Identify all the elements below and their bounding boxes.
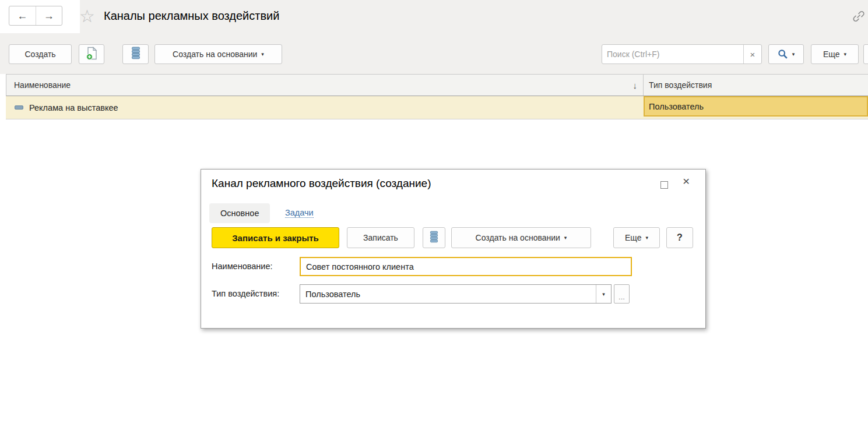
cell-name-text: Реклама на выставкее: [29, 103, 118, 112]
column-header-name-label: Наименование: [14, 80, 71, 90]
chevron-down-icon: ▾: [261, 52, 264, 57]
new-document-plus-icon: [86, 47, 98, 62]
chevron-down-icon: ▾: [564, 235, 567, 241]
dialog-help-button[interactable]: ?: [666, 227, 693, 248]
chevron-down-icon: ▾: [844, 52, 846, 57]
list-item-marker-icon: [15, 105, 23, 110]
sort-descending-icon: ↓: [633, 80, 638, 90]
help-button-partial[interactable]: [863, 44, 868, 64]
save-button-label: Записать: [363, 233, 398, 242]
create-channel-dialog: Канал рекламного воздействия (создание) …: [201, 169, 706, 329]
column-header-type-label: Тип воздействия: [649, 80, 712, 90]
create-button-label: Создать: [24, 50, 55, 59]
save-button[interactable]: Записать: [347, 227, 414, 248]
forward-arrow-icon: →: [44, 10, 54, 22]
type-field-value[interactable]: Пользователь: [300, 285, 596, 303]
favorite-star-icon[interactable]: ☆: [79, 6, 95, 26]
create-copy-button[interactable]: [79, 44, 104, 64]
chevron-down-icon: ▾: [645, 235, 648, 241]
search-input[interactable]: [602, 45, 743, 64]
registers-button[interactable]: [122, 44, 149, 64]
dialog-registers-button[interactable]: [423, 227, 445, 248]
dialog-more-label: Еще: [625, 233, 642, 242]
forward-button[interactable]: →: [36, 6, 62, 25]
stacked-discs-icon: [430, 231, 438, 245]
dialog-create-based-on-button[interactable]: Создать на основании ▾: [451, 227, 591, 248]
dropdown-arrow-icon: ▾: [602, 291, 605, 297]
selected-cell[interactable]: Пользователь: [644, 96, 868, 117]
cell-type[interactable]: Пользователь: [644, 96, 868, 119]
type-field[interactable]: Пользователь ▾: [300, 284, 612, 304]
cell-name[interactable]: Реклама на выставкее: [6, 96, 644, 119]
type-field-label: Тип воздействия:: [212, 289, 279, 298]
save-and-close-label: Записать и закрыть: [232, 233, 319, 243]
create-based-on-label: Создать на основании: [173, 50, 257, 59]
tab-tasks[interactable]: Задачи: [285, 208, 314, 218]
table-header-row: Наименование ↓ Тип воздействия: [6, 74, 868, 96]
dialog-title: Канал рекламного воздействия (создание): [212, 177, 431, 190]
help-icon: ?: [677, 232, 683, 243]
save-and-close-button[interactable]: Записать и закрыть: [212, 227, 339, 248]
tab-main-label: Основное: [220, 209, 259, 218]
search-settings-button[interactable]: ▾: [768, 44, 804, 64]
page-title: Каналы рекламных воздействий: [104, 9, 279, 23]
search-box: ×: [602, 44, 762, 64]
more-button-label: Еще: [823, 50, 840, 59]
column-header-name[interactable]: Наименование ↓: [6, 75, 644, 96]
chevron-down-icon: ▾: [792, 52, 795, 57]
type-more-button[interactable]: ...: [614, 284, 630, 304]
cell-type-text: Пользователь: [649, 102, 704, 111]
column-header-type[interactable]: Тип воздействия: [644, 75, 868, 96]
channels-table: Наименование ↓ Тип воздействия Реклама н…: [6, 74, 868, 119]
get-link-icon[interactable]: [852, 9, 866, 23]
back-arrow-icon: ←: [17, 10, 27, 22]
maximize-icon[interactable]: [660, 181, 668, 189]
tab-main[interactable]: Основное: [209, 203, 270, 223]
top-bar: ← → ☆ Каналы рекламных воздействий Созда…: [0, 0, 868, 74]
type-dropdown-button[interactable]: ▾: [596, 285, 611, 303]
search-clear-button[interactable]: ×: [743, 45, 761, 64]
more-button[interactable]: Еще ▾: [811, 44, 859, 64]
stacked-discs-icon: [131, 47, 140, 62]
tab-tasks-label: Задачи: [285, 208, 314, 217]
dialog-create-based-on-label: Создать на основании: [476, 233, 560, 242]
name-field-label: Наименование:: [212, 262, 273, 271]
history-nav-group: ← →: [9, 6, 62, 26]
ellipsis-icon: ...: [619, 296, 625, 298]
create-based-on-button[interactable]: Создать на основании ▾: [154, 44, 282, 64]
clear-icon: ×: [750, 50, 755, 59]
back-button[interactable]: ←: [9, 6, 36, 25]
dialog-more-button[interactable]: Еще ▾: [613, 227, 660, 248]
close-icon[interactable]: ×: [683, 174, 690, 188]
table-row[interactable]: Реклама на выставкее Пользователь: [6, 96, 868, 119]
create-button[interactable]: Создать: [9, 44, 72, 64]
name-field[interactable]: [300, 257, 632, 276]
search-icon: [778, 49, 788, 59]
